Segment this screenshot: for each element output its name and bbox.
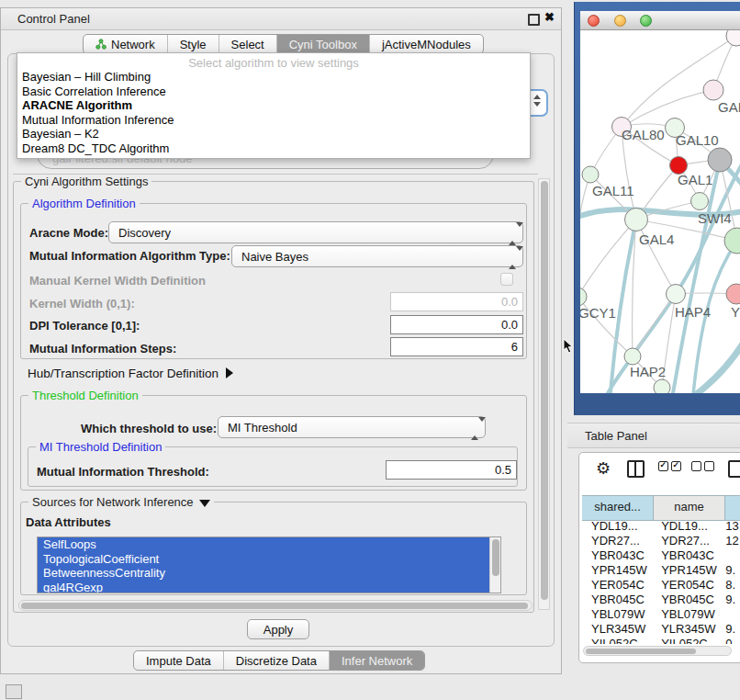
tab-style[interactable]: Style [167,35,219,53]
hub-definition-toggle[interactable]: Hub/Transcription Factor Definition [28,367,233,380]
aracne-mode-combo[interactable]: Discovery [108,221,523,243]
which-threshold-combo[interactable]: MI Threshold [218,416,486,438]
scrollbar-thumb[interactable] [21,603,528,609]
select-checked-pair-icon[interactable] [658,460,684,474]
network-node-swi4[interactable] [691,193,709,210]
table-row[interactable]: YDL19...YDL19...13 [582,519,740,534]
network-node[interactable] [654,379,670,393]
dropdown-item-basic-correlation-inference[interactable]: Basic Correlation Inference [17,85,530,99]
dropdown-item-mutual-information-inference[interactable]: Mutual Information Inference [17,113,530,128]
close-panel-icon[interactable]: ✖ [544,10,555,24]
table-row[interactable]: YPR145WYPR145W9. [582,563,740,578]
close-window-icon[interactable] [588,15,600,27]
apply-button[interactable]: Apply [247,619,309,639]
table-row[interactable]: YLR345WYLR345W9. [582,622,740,637]
page-icon[interactable] [728,460,740,478]
minimized-panel-square[interactable] [6,684,22,699]
column-header-shared[interactable]: shared... [582,496,654,520]
attribute-item-topologicalcoefficient[interactable]: TopologicalCoefficient [38,552,489,567]
table-cell [722,607,740,622]
dropdown-item-aracne-algorithm[interactable]: ARACNE Algorithm [17,98,530,113]
table-row[interactable]: YER054CYER054C8. [582,578,740,593]
data-attributes-list[interactable]: SelfLoopsTopologicalCoefficientBetweenne… [37,536,501,593]
table-panel-bar[interactable]: Table Panel [567,423,740,448]
table-row[interactable]: YBL079WYBL079W [582,607,740,622]
combo-up-arrow-icon [471,422,478,440]
attribute-item-gal4rgexp[interactable]: gal4RGexp [38,581,489,594]
network-view-window[interactable]: GALGAL80GAL10GAL1GAL11SWI4GAL4HAP4YGCY1H… [574,2,740,415]
scrollbar-thumb[interactable] [586,649,696,654]
sources-group-title[interactable]: Sources for Network Inference [28,495,214,509]
tab-discretize-data[interactable]: Discretize Data [223,651,329,670]
network-node-hap2[interactable] [624,348,641,365]
table-cell: YDL19... [652,519,722,534]
mi-algorithm-type-combo[interactable]: Naive Bayes [231,245,523,267]
minimize-window-icon[interactable] [614,15,626,27]
network-node-gal[interactable] [703,80,723,100]
dropdown-item-bayesian-k2[interactable]: Bayesian – K2 [17,127,530,141]
mi-threshold-input[interactable]: 0.5 [386,460,517,480]
float-panel-icon[interactable] [528,14,540,26]
scrollbar-thumb[interactable] [492,539,499,576]
table-cell: 12 [722,534,740,548]
table-horizontal-scrollbar[interactable] [583,646,732,656]
tab-label: Discretize Data [236,654,317,668]
control-panel-titlebar[interactable]: Control Panel ✖ [1,8,561,30]
node-label-gal: GAL [718,99,740,115]
data-attributes-label: Data Attributes [26,515,111,529]
network-node-gal11[interactable] [582,166,599,183]
mi-steps-input[interactable]: 6 [390,337,523,356]
list-vertical-scrollbar[interactable] [489,537,500,593]
node-label-gal10: GAL10 [676,132,719,148]
table-row[interactable]: YDR27...YDR27...12 [582,534,740,548]
tab-infer-network[interactable]: Infer Network [329,651,424,670]
table-row[interactable]: YIL052CYIL052C0 [582,637,740,644]
table-cell: YDL19... [582,519,652,534]
network-node-hap4[interactable] [667,285,686,304]
unchecked-box-glyph [691,461,701,471]
tab-jactivemnodules[interactable]: jActiveMNodules [369,35,483,53]
column-header-a[interactable]: A [725,496,740,520]
tab-select[interactable]: Select [219,35,276,53]
table-cell: 9. [722,622,740,637]
table-cell: YBL079W [582,607,652,622]
dropdown-item-bayesian-hill-climbing[interactable]: Bayesian – Hill Climbing [17,70,530,85]
tab-cyni-toolbox[interactable]: Cyni Toolbox [276,35,369,53]
scrollbar-thumb[interactable] [541,181,548,600]
network-node[interactable] [726,30,740,46]
settings-vertical-scrollbar[interactable] [538,178,550,610]
gear-glyph: ⚙ [596,459,611,478]
network-node-gcy1[interactable] [580,288,587,306]
horizontal-scrollbar[interactable] [18,600,533,611]
network-canvas[interactable]: GALGAL80GAL10GAL1GAL11SWI4GAL4HAP4YGCY1H… [580,30,740,393]
kernel-width-input[interactable]: 0.0 [390,292,523,311]
combo-up-arrow-icon [509,227,516,245]
network-node[interactable] [724,228,740,254]
tab-label: jActiveMNodules [382,38,471,51]
kernel-width-label: Kernel Width (0,1): [29,297,135,310]
node-label-hap2: HAP2 [630,364,666,379]
table-cell [722,548,740,563]
network-node-gal4[interactable] [625,209,648,231]
aracne-mode-label: Aracne Mode: [29,226,108,240]
manual-kernel-width-checkbox[interactable] [500,273,513,286]
gear-icon[interactable]: ⚙ [596,460,611,477]
algorithm-definition-title: Algorithm Definition [28,197,140,210]
columns-icon[interactable] [627,460,645,478]
network-window-titlebar[interactable] [580,11,740,30]
network-node[interactable] [708,148,732,172]
table-row[interactable]: YBR043CYBR043C [582,548,740,563]
tab-network[interactable]: Network [84,35,167,53]
select-unchecked-pair-icon[interactable] [691,460,717,474]
tab-impute-data[interactable]: Impute Data [134,651,223,670]
table-cell: YBR045C [582,593,652,607]
attribute-item-betweennesscentrality[interactable]: BetweennessCentrality [38,566,489,581]
network-node-y[interactable] [726,284,740,304]
attribute-item-selfloops[interactable]: SelfLoops [38,537,489,552]
table-cell: 9. [722,593,740,607]
dropdown-item-dream8-dc-tdc-algorithm[interactable]: Dream8 DC_TDC Algorithm [17,141,530,156]
dpi-tolerance-input[interactable]: 0.0 [390,315,523,334]
column-header-name[interactable]: name [654,496,725,520]
table-row[interactable]: YBR045CYBR045C9. [582,593,740,607]
zoom-window-icon[interactable] [640,15,652,27]
